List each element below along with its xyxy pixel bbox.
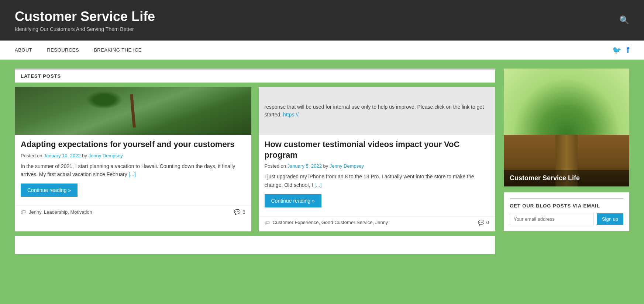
post-excerpt-1: In the summer of 2021, I start planning … — [21, 162, 245, 179]
search-icon[interactable]: 🔍 — [619, 15, 629, 25]
posts-grid: Adapting expectations for yourself and y… — [15, 87, 495, 231]
comment-count-2: 0 — [486, 220, 489, 225]
site-tagline: Identifying Our Customers And Serving Th… — [15, 26, 155, 32]
tree-image: Customer Service Life — [504, 69, 629, 186]
post-date-1[interactable]: January 10, 2022 — [44, 153, 80, 158]
post-excerpt-2: I just upgraded my iPhone from an 8 to t… — [265, 172, 489, 189]
bottom-post-card — [15, 236, 495, 254]
twitter-icon[interactable]: 🐦 — [612, 46, 621, 55]
nav-item-breaking-the-ice[interactable]: BREAKING THE ICE — [94, 47, 142, 53]
post-tags-text-2: Customer Experience, Good Customer Servi… — [273, 220, 388, 225]
nav-link-about[interactable]: ABOUT — [15, 47, 32, 53]
content-area: LATEST POSTS Adapting expectations for y… — [15, 69, 495, 254]
post-meta-1: Posted on January 10, 2022 by Jenny Demp… — [21, 153, 245, 158]
sidebar-tree-widget: Customer Service Life — [504, 69, 629, 186]
site-header: Customer Service Life Identifying Our Cu… — [0, 0, 644, 41]
comment-count-1: 0 — [242, 209, 245, 215]
continue-reading-btn-1[interactable]: Continue reading » — [21, 184, 78, 197]
palm-tree-image — [15, 87, 251, 135]
site-navigation: ABOUT RESOURCES BREAKING THE ICE 🐦 f — [0, 41, 644, 60]
post-meta-2: Posted on January 5, 2022 by Jenny Demps… — [265, 163, 489, 169]
nav-link-breaking-the-ice[interactable]: BREAKING THE ICE — [94, 47, 142, 53]
nav-link-resources[interactable]: RESOURCES — [47, 47, 79, 53]
post-image-2: response that will be used for internal … — [259, 87, 495, 135]
post-tags-1: 🏷 Jenny, Leadership, Motivation — [21, 209, 92, 215]
site-title: Customer Service Life — [15, 8, 155, 24]
post-footer-1: 🏷 Jenny, Leadership, Motivation 💬 0 — [15, 206, 251, 215]
post-body-1: Adapting expectations for yourself and y… — [15, 135, 251, 206]
post-image-1 — [15, 87, 251, 135]
social-links: 🐦 f — [612, 45, 629, 55]
survey-image: response that will be used for internal … — [259, 87, 495, 135]
post-comments-1: 💬 0 — [234, 209, 245, 215]
post-card-1: Adapting expectations for yourself and y… — [15, 87, 251, 231]
post-card-2: response that will be used for internal … — [259, 87, 495, 231]
nav-item-resources[interactable]: RESOURCES — [47, 47, 79, 53]
sidebar: Customer Service Life GET OUR BLOG POSTS… — [504, 69, 629, 254]
comment-icon-1: 💬 — [234, 209, 240, 215]
tag-icon-1: 🏷 — [21, 209, 26, 215]
post-body-2: How customer testimonial videos impact y… — [259, 135, 495, 216]
facebook-icon[interactable]: f — [627, 45, 629, 55]
post-comments-2: 💬 0 — [478, 220, 489, 226]
signup-button[interactable]: Sign up — [597, 213, 623, 225]
post-author-2[interactable]: Jenny Dempsey — [330, 163, 364, 169]
continue-reading-btn-2[interactable]: Continue reading » — [265, 194, 321, 207]
post-author-1[interactable]: Jenny Dempsey — [89, 153, 123, 158]
email-form: Sign up — [510, 213, 623, 225]
site-branding: Customer Service Life Identifying Our Cu… — [15, 8, 155, 32]
email-widget-body: GET OUR BLOG POSTS VIA EMAIL Sign up — [504, 192, 629, 231]
email-input[interactable] — [510, 213, 594, 225]
latest-posts-header: LATEST POSTS — [15, 69, 495, 83]
survey-link[interactable]: https:// — [283, 112, 299, 118]
post-footer-2: 🏷 Customer Experience, Good Customer Ser… — [259, 216, 495, 226]
post-date-2[interactable]: January 5, 2022 — [287, 163, 322, 169]
tag-icon-2: 🏷 — [265, 220, 270, 226]
post-tags-text-1: Jenny, Leadership, Motivation — [29, 209, 92, 215]
tree-overlay-label: Customer Service Life — [504, 170, 629, 186]
nav-item-about[interactable]: ABOUT — [15, 47, 32, 53]
post-tags-2: 🏷 Customer Experience, Good Customer Ser… — [265, 220, 388, 226]
bottom-post-row — [15, 236, 495, 254]
nav-menu: ABOUT RESOURCES BREAKING THE ICE — [15, 47, 142, 53]
main-wrapper: LATEST POSTS Adapting expectations for y… — [0, 60, 644, 263]
email-widget-title: GET OUR BLOG POSTS VIA EMAIL — [510, 198, 623, 209]
sidebar-email-widget: GET OUR BLOG POSTS VIA EMAIL Sign up — [504, 192, 629, 231]
post-title-2: How customer testimonial videos impact y… — [265, 139, 489, 160]
comment-icon-2: 💬 — [478, 220, 484, 226]
post-title-1: Adapting expectations for yourself and y… — [21, 139, 245, 150]
